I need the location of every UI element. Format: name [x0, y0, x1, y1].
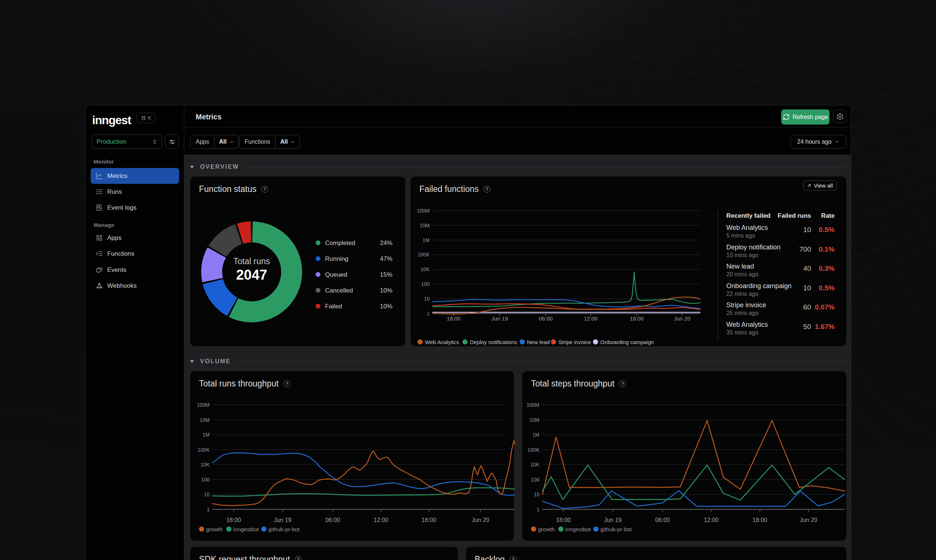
svg-text:100M: 100M [526, 402, 539, 408]
svg-text:Failed: Failed [325, 303, 342, 310]
svg-text:10K: 10K [420, 266, 430, 272]
svg-text:100: 100 [421, 281, 430, 287]
svg-text:Stripe invoice: Stripe invoice [726, 302, 766, 309]
svg-text:Onboarding campaign: Onboarding campaign [600, 339, 654, 345]
svg-text:60: 60 [804, 303, 811, 311]
svg-text:1.67%: 1.67% [815, 323, 834, 331]
svg-text:10 mins ago: 10 mins ago [726, 252, 758, 258]
svg-text:2047: 2047 [236, 267, 268, 283]
svg-text:18:00: 18:00 [630, 315, 644, 322]
svg-text:10M: 10M [420, 223, 430, 228]
svg-text:18:00: 18:00 [753, 517, 767, 523]
svg-text:growth: growth [206, 526, 223, 532]
svg-text:Jun 19: Jun 19 [604, 517, 622, 523]
svg-text:10: 10 [804, 226, 811, 234]
svg-text:0.07%: 0.07% [815, 303, 834, 311]
svg-text:12:00: 12:00 [584, 315, 598, 322]
svg-text:100M: 100M [197, 402, 210, 408]
svg-text:Jun 20: Jun 20 [800, 517, 817, 523]
svg-text:Jun 20: Jun 20 [674, 315, 690, 322]
svg-text:1M: 1M [533, 432, 539, 438]
svg-text:0.5%: 0.5% [819, 226, 834, 234]
svg-text:Web Analytics: Web Analytics [726, 321, 768, 328]
svg-text:Web Analytics: Web Analytics [726, 224, 768, 231]
svg-text:20 mins ago: 20 mins ago [726, 271, 758, 277]
svg-text:Queued: Queued [325, 271, 348, 278]
svg-text:inngestbot: inngestbot [233, 526, 259, 532]
svg-text:100M: 100M [417, 208, 430, 214]
svg-text:5 mins ago: 5 mins ago [726, 232, 755, 239]
svg-text:10: 10 [804, 284, 811, 292]
svg-text:100: 100 [201, 477, 210, 483]
svg-text:12:00: 12:00 [704, 517, 719, 523]
svg-text:github-pr-bot: github-pr-bot [268, 526, 300, 532]
svg-text:18:00: 18:00 [446, 315, 460, 322]
svg-text:18:00: 18:00 [226, 517, 241, 523]
svg-text:06:00: 06:00 [655, 517, 670, 523]
svg-text:New lead: New lead [726, 263, 754, 270]
svg-text:700: 700 [799, 245, 811, 253]
svg-text:New lead: New lead [527, 339, 550, 345]
svg-text:50: 50 [804, 323, 811, 331]
svg-text:15%: 15% [380, 271, 393, 278]
svg-text:22 mins ago: 22 mins ago [726, 291, 758, 297]
svg-text:10K: 10K [200, 462, 210, 468]
svg-text:1M: 1M [423, 237, 430, 243]
svg-text:10M: 10M [530, 417, 539, 423]
svg-text:Completed: Completed [325, 240, 355, 246]
svg-text:inngestbot: inngestbot [565, 526, 591, 532]
svg-text:06:00: 06:00 [539, 315, 553, 322]
svg-text:12:00: 12:00 [374, 517, 388, 523]
svg-text:Recently failed: Recently failed [726, 212, 771, 219]
svg-text:1M: 1M [203, 432, 210, 438]
svg-text:40: 40 [804, 265, 811, 272]
svg-text:Total runs: Total runs [233, 257, 270, 266]
svg-text:1: 1 [537, 506, 539, 512]
svg-text:Deploy notification: Deploy notification [726, 243, 781, 251]
svg-text:35 mins ago: 35 mins ago [726, 329, 758, 335]
svg-text:Cancelled: Cancelled [325, 287, 353, 294]
svg-text:Stripe invoice: Stripe invoice [558, 339, 591, 345]
svg-text:0.5%: 0.5% [819, 284, 834, 292]
svg-text:Rate: Rate [821, 212, 834, 219]
svg-text:10: 10 [204, 491, 210, 497]
svg-text:100K: 100K [527, 447, 539, 453]
svg-text:0.3%: 0.3% [819, 265, 834, 272]
svg-text:10%: 10% [380, 303, 393, 310]
svg-text:Running: Running [325, 255, 348, 262]
svg-text:Onboarding campaign: Onboarding campaign [726, 282, 791, 289]
svg-text:06:00: 06:00 [325, 517, 340, 523]
svg-text:1: 1 [427, 311, 430, 317]
svg-text:10: 10 [424, 296, 430, 302]
svg-text:Failed runs: Failed runs [777, 212, 811, 219]
svg-text:Web Analytics: Web Analytics [425, 339, 459, 345]
svg-text:24%: 24% [380, 240, 393, 246]
svg-text:github-pr-bot: github-pr-bot [600, 526, 632, 532]
svg-text:Jun 20: Jun 20 [472, 517, 490, 523]
svg-text:10%: 10% [380, 287, 393, 294]
svg-text:10: 10 [534, 491, 539, 497]
svg-text:10K: 10K [530, 462, 540, 468]
svg-text:10M: 10M [200, 417, 210, 423]
svg-text:18:00: 18:00 [556, 517, 571, 523]
svg-text:100K: 100K [417, 252, 430, 257]
svg-text:growth: growth [538, 526, 554, 532]
svg-text:0.1%: 0.1% [819, 245, 834, 253]
svg-text:25 mins ago: 25 mins ago [726, 310, 758, 316]
svg-text:100K: 100K [197, 447, 210, 453]
svg-text:1: 1 [207, 506, 210, 512]
svg-text:47%: 47% [380, 255, 393, 262]
svg-text:18:00: 18:00 [422, 517, 436, 523]
svg-text:Jun 19: Jun 19 [491, 315, 508, 322]
svg-text:Deploy notifications: Deploy notifications [470, 339, 517, 345]
svg-text:100: 100 [531, 477, 540, 483]
svg-text:Jun 19: Jun 19 [274, 517, 291, 523]
